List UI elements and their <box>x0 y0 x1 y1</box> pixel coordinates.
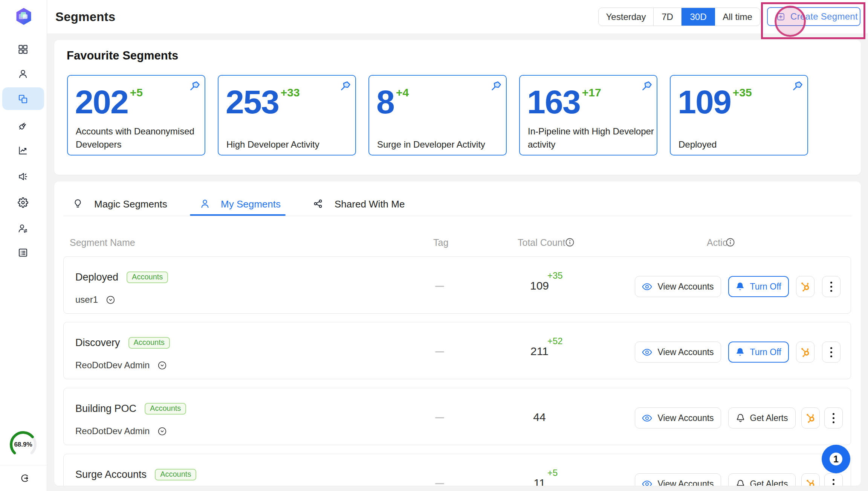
svg-text:68.9%: 68.9% <box>14 441 32 448</box>
